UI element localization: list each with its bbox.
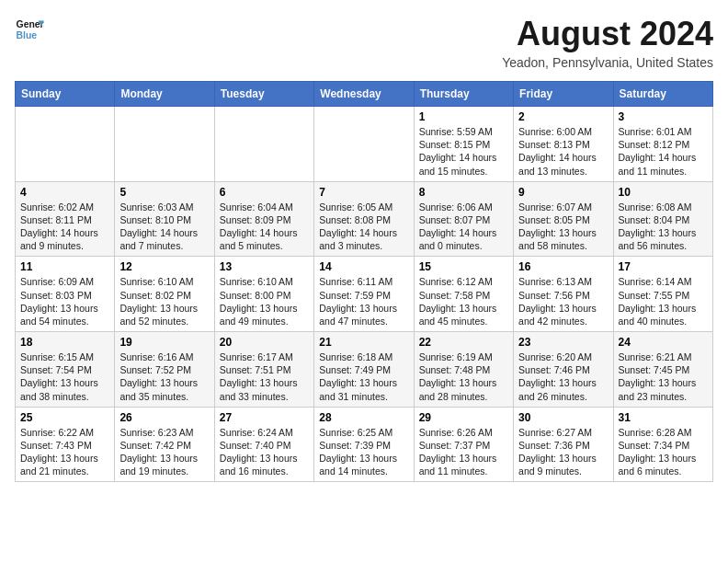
day-content: Sunrise: 6:00 AM Sunset: 8:13 PM Dayligh… [518,125,608,178]
calendar-day-2: 2Sunrise: 6:00 AM Sunset: 8:13 PM Daylig… [514,107,613,182]
day-content: Sunrise: 6:06 AM Sunset: 8:07 PM Dayligh… [419,201,508,253]
calendar-day-20: 20Sunrise: 6:17 AM Sunset: 7:51 PM Dayli… [214,332,313,408]
empty-cell [314,107,414,182]
day-number: 26 [119,411,209,424]
day-content: Sunrise: 6:15 AM Sunset: 7:54 PM Dayligh… [20,350,109,403]
calendar-day-7: 7Sunrise: 6:05 AM Sunset: 8:08 PM Daylig… [314,181,414,257]
calendar-day-17: 17Sunrise: 6:14 AM Sunset: 7:55 PM Dayli… [613,257,712,332]
day-number: 20 [220,336,309,349]
day-number: 25 [20,411,109,424]
day-number: 6 [220,186,309,199]
day-number: 13 [220,260,309,273]
day-content: Sunrise: 6:08 AM Sunset: 8:04 PM Dayligh… [619,201,708,253]
day-content: Sunrise: 6:02 AM Sunset: 8:11 PM Dayligh… [20,201,109,253]
day-number: 12 [119,260,209,273]
calendar-day-8: 8Sunrise: 6:06 AM Sunset: 8:07 PM Daylig… [414,181,513,257]
calendar-day-9: 9Sunrise: 6:07 AM Sunset: 8:05 PM Daylig… [514,181,613,257]
day-content: Sunrise: 6:17 AM Sunset: 7:51 PM Dayligh… [220,350,309,403]
calendar-day-28: 28Sunrise: 6:25 AM Sunset: 7:39 PM Dayli… [314,407,414,482]
day-content: Sunrise: 6:05 AM Sunset: 8:08 PM Dayligh… [319,201,408,253]
calendar-day-1: 1Sunrise: 5:59 AM Sunset: 8:15 PM Daylig… [414,107,513,182]
weekday-header-monday: Monday [115,82,214,107]
day-number: 15 [419,260,508,273]
day-content: Sunrise: 6:13 AM Sunset: 7:56 PM Dayligh… [518,275,608,327]
weekday-header-sunday: Sunday [16,82,115,107]
day-number: 10 [619,186,708,199]
calendar-day-29: 29Sunrise: 6:26 AM Sunset: 7:37 PM Dayli… [414,407,513,482]
day-content: Sunrise: 6:25 AM Sunset: 7:39 PM Dayligh… [319,426,408,478]
day-content: Sunrise: 6:16 AM Sunset: 7:52 PM Dayligh… [119,350,209,403]
day-content: Sunrise: 6:24 AM Sunset: 7:40 PM Dayligh… [220,426,309,478]
calendar-day-5: 5Sunrise: 6:03 AM Sunset: 8:10 PM Daylig… [115,181,214,257]
day-number: 17 [619,260,708,273]
calendar-week-row: 1Sunrise: 5:59 AM Sunset: 8:15 PM Daylig… [16,107,713,182]
day-content: Sunrise: 6:04 AM Sunset: 8:09 PM Dayligh… [220,201,309,253]
day-content: Sunrise: 6:21 AM Sunset: 7:45 PM Dayligh… [619,350,708,403]
day-number: 14 [319,260,408,273]
day-number: 28 [319,411,408,424]
weekday-header-tuesday: Tuesday [214,82,313,107]
calendar-day-31: 31Sunrise: 6:28 AM Sunset: 7:34 PM Dayli… [613,407,712,482]
calendar-week-row: 25Sunrise: 6:22 AM Sunset: 7:43 PM Dayli… [16,407,713,482]
page-header: General Blue August 2024 Yeadon, Pennsyl… [15,15,713,70]
calendar-day-21: 21Sunrise: 6:18 AM Sunset: 7:49 PM Dayli… [314,332,414,408]
day-content: Sunrise: 6:28 AM Sunset: 7:34 PM Dayligh… [619,426,708,478]
day-content: Sunrise: 6:20 AM Sunset: 7:46 PM Dayligh… [518,350,608,403]
calendar-day-19: 19Sunrise: 6:16 AM Sunset: 7:52 PM Dayli… [115,332,214,408]
calendar-day-6: 6Sunrise: 6:04 AM Sunset: 8:09 PM Daylig… [214,181,313,257]
calendar-table: SundayMondayTuesdayWednesdayThursdayFrid… [15,81,713,482]
logo-icon: General Blue [15,15,44,44]
location: Yeadon, Pennsylvania, United States [502,55,713,70]
calendar-day-23: 23Sunrise: 6:20 AM Sunset: 7:46 PM Dayli… [514,332,613,408]
weekday-header-thursday: Thursday [414,82,513,107]
day-content: Sunrise: 6:14 AM Sunset: 7:55 PM Dayligh… [619,275,708,327]
weekday-header-friday: Friday [514,82,613,107]
month-year: August 2024 [502,15,713,53]
day-content: Sunrise: 6:01 AM Sunset: 8:12 PM Dayligh… [619,125,708,178]
day-content: Sunrise: 6:19 AM Sunset: 7:48 PM Dayligh… [419,350,508,403]
day-number: 23 [518,336,608,349]
calendar-day-14: 14Sunrise: 6:11 AM Sunset: 7:59 PM Dayli… [314,257,414,332]
calendar-day-24: 24Sunrise: 6:21 AM Sunset: 7:45 PM Dayli… [613,332,712,408]
day-number: 18 [20,336,109,349]
day-number: 27 [220,411,309,424]
empty-cell [16,107,115,182]
day-number: 24 [619,336,708,349]
calendar-week-row: 18Sunrise: 6:15 AM Sunset: 7:54 PM Dayli… [16,332,713,408]
calendar-week-row: 4Sunrise: 6:02 AM Sunset: 8:11 PM Daylig… [16,181,713,257]
day-content: Sunrise: 6:26 AM Sunset: 7:37 PM Dayligh… [419,426,508,478]
day-number: 30 [518,411,608,424]
day-number: 3 [619,110,708,123]
calendar-week-row: 11Sunrise: 6:09 AM Sunset: 8:03 PM Dayli… [16,257,713,332]
day-number: 7 [319,186,408,199]
day-content: Sunrise: 6:18 AM Sunset: 7:49 PM Dayligh… [319,350,408,403]
calendar-day-4: 4Sunrise: 6:02 AM Sunset: 8:11 PM Daylig… [16,181,115,257]
svg-text:Blue: Blue [17,30,38,40]
calendar-day-30: 30Sunrise: 6:27 AM Sunset: 7:36 PM Dayli… [514,407,613,482]
day-content: Sunrise: 6:12 AM Sunset: 7:58 PM Dayligh… [419,275,508,327]
day-content: Sunrise: 6:22 AM Sunset: 7:43 PM Dayligh… [20,426,109,478]
day-content: Sunrise: 6:09 AM Sunset: 8:03 PM Dayligh… [20,275,109,327]
calendar-day-15: 15Sunrise: 6:12 AM Sunset: 7:58 PM Dayli… [414,257,513,332]
day-number: 5 [119,186,209,199]
day-content: Sunrise: 6:27 AM Sunset: 7:36 PM Dayligh… [518,426,608,478]
day-number: 11 [20,260,109,273]
day-number: 16 [518,260,608,273]
day-number: 9 [518,186,608,199]
day-content: Sunrise: 5:59 AM Sunset: 8:15 PM Dayligh… [419,125,508,178]
day-content: Sunrise: 6:10 AM Sunset: 8:00 PM Dayligh… [220,275,309,327]
calendar-day-18: 18Sunrise: 6:15 AM Sunset: 7:54 PM Dayli… [16,332,115,408]
day-number: 2 [518,110,608,123]
calendar-day-3: 3Sunrise: 6:01 AM Sunset: 8:12 PM Daylig… [613,107,712,182]
calendar-day-13: 13Sunrise: 6:10 AM Sunset: 8:00 PM Dayli… [214,257,313,332]
title-block: August 2024 Yeadon, Pennsylvania, United… [502,15,713,70]
day-number: 31 [619,411,708,424]
calendar-day-27: 27Sunrise: 6:24 AM Sunset: 7:40 PM Dayli… [214,407,313,482]
day-content: Sunrise: 6:03 AM Sunset: 8:10 PM Dayligh… [119,201,209,253]
calendar-day-25: 25Sunrise: 6:22 AM Sunset: 7:43 PM Dayli… [16,407,115,482]
day-number: 22 [419,336,508,349]
day-number: 1 [419,110,508,123]
weekday-header-saturday: Saturday [613,82,712,107]
empty-cell [214,107,313,182]
calendar-day-11: 11Sunrise: 6:09 AM Sunset: 8:03 PM Dayli… [16,257,115,332]
